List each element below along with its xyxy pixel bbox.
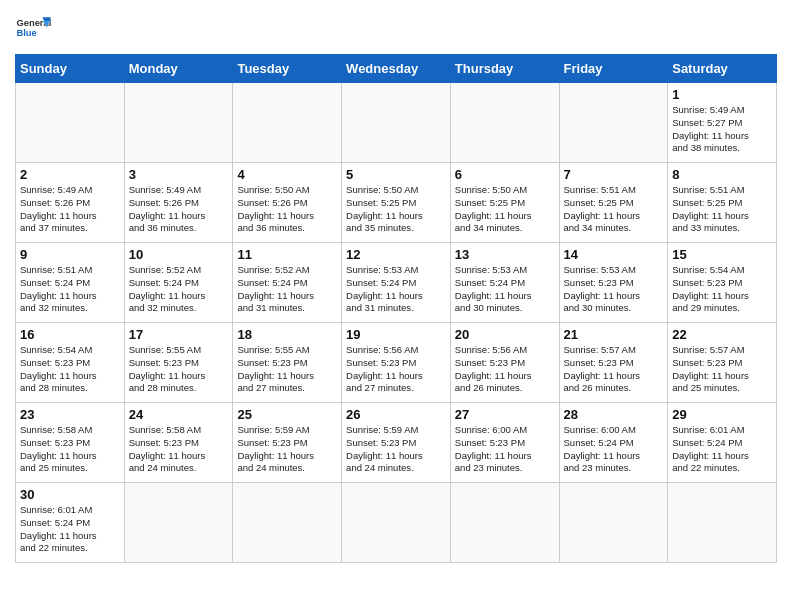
day-number: 9 [20, 247, 120, 262]
calendar-week-row: 16Sunrise: 5:54 AM Sunset: 5:23 PM Dayli… [16, 323, 777, 403]
calendar-cell: 5Sunrise: 5:50 AM Sunset: 5:25 PM Daylig… [342, 163, 451, 243]
calendar-cell: 3Sunrise: 5:49 AM Sunset: 5:26 PM Daylig… [124, 163, 233, 243]
day-number: 11 [237, 247, 337, 262]
weekday-header: Sunday [16, 55, 125, 83]
day-info: Sunrise: 5:52 AM Sunset: 5:24 PM Dayligh… [237, 264, 337, 315]
calendar-cell [16, 83, 125, 163]
calendar-cell [450, 83, 559, 163]
calendar-cell: 9Sunrise: 5:51 AM Sunset: 5:24 PM Daylig… [16, 243, 125, 323]
calendar-week-row: 30Sunrise: 6:01 AM Sunset: 5:24 PM Dayli… [16, 483, 777, 563]
calendar-cell: 25Sunrise: 5:59 AM Sunset: 5:23 PM Dayli… [233, 403, 342, 483]
weekday-header: Thursday [450, 55, 559, 83]
calendar-cell [342, 483, 451, 563]
day-number: 22 [672, 327, 772, 342]
day-info: Sunrise: 5:58 AM Sunset: 5:23 PM Dayligh… [20, 424, 120, 475]
day-number: 15 [672, 247, 772, 262]
calendar-cell: 15Sunrise: 5:54 AM Sunset: 5:23 PM Dayli… [668, 243, 777, 323]
calendar-cell: 24Sunrise: 5:58 AM Sunset: 5:23 PM Dayli… [124, 403, 233, 483]
day-info: Sunrise: 5:54 AM Sunset: 5:23 PM Dayligh… [672, 264, 772, 315]
day-info: Sunrise: 5:49 AM Sunset: 5:26 PM Dayligh… [20, 184, 120, 235]
day-info: Sunrise: 5:53 AM Sunset: 5:24 PM Dayligh… [346, 264, 446, 315]
calendar-header-row: SundayMondayTuesdayWednesdayThursdayFrid… [16, 55, 777, 83]
day-info: Sunrise: 6:00 AM Sunset: 5:23 PM Dayligh… [455, 424, 555, 475]
day-number: 12 [346, 247, 446, 262]
day-number: 21 [564, 327, 664, 342]
calendar-cell: 12Sunrise: 5:53 AM Sunset: 5:24 PM Dayli… [342, 243, 451, 323]
calendar-cell: 16Sunrise: 5:54 AM Sunset: 5:23 PM Dayli… [16, 323, 125, 403]
day-number: 8 [672, 167, 772, 182]
calendar-cell [342, 83, 451, 163]
calendar-cell: 19Sunrise: 5:56 AM Sunset: 5:23 PM Dayli… [342, 323, 451, 403]
day-number: 28 [564, 407, 664, 422]
calendar-week-row: 23Sunrise: 5:58 AM Sunset: 5:23 PM Dayli… [16, 403, 777, 483]
calendar-cell [124, 83, 233, 163]
calendar-cell [668, 483, 777, 563]
page-header: General Blue [15, 10, 777, 46]
logo-icon: General Blue [15, 10, 51, 46]
day-info: Sunrise: 5:51 AM Sunset: 5:25 PM Dayligh… [672, 184, 772, 235]
day-info: Sunrise: 5:55 AM Sunset: 5:23 PM Dayligh… [129, 344, 229, 395]
calendar-table: SundayMondayTuesdayWednesdayThursdayFrid… [15, 54, 777, 563]
day-number: 7 [564, 167, 664, 182]
day-number: 6 [455, 167, 555, 182]
calendar-week-row: 1Sunrise: 5:49 AM Sunset: 5:27 PM Daylig… [16, 83, 777, 163]
calendar-cell: 18Sunrise: 5:55 AM Sunset: 5:23 PM Dayli… [233, 323, 342, 403]
calendar-cell: 23Sunrise: 5:58 AM Sunset: 5:23 PM Dayli… [16, 403, 125, 483]
calendar-cell: 7Sunrise: 5:51 AM Sunset: 5:25 PM Daylig… [559, 163, 668, 243]
day-number: 14 [564, 247, 664, 262]
day-info: Sunrise: 5:59 AM Sunset: 5:23 PM Dayligh… [237, 424, 337, 475]
day-info: Sunrise: 5:59 AM Sunset: 5:23 PM Dayligh… [346, 424, 446, 475]
day-number: 30 [20, 487, 120, 502]
calendar-cell: 26Sunrise: 5:59 AM Sunset: 5:23 PM Dayli… [342, 403, 451, 483]
day-number: 29 [672, 407, 772, 422]
calendar-cell: 4Sunrise: 5:50 AM Sunset: 5:26 PM Daylig… [233, 163, 342, 243]
calendar-cell: 6Sunrise: 5:50 AM Sunset: 5:25 PM Daylig… [450, 163, 559, 243]
weekday-header: Tuesday [233, 55, 342, 83]
calendar-cell [450, 483, 559, 563]
calendar-cell: 14Sunrise: 5:53 AM Sunset: 5:23 PM Dayli… [559, 243, 668, 323]
calendar-cell [233, 83, 342, 163]
calendar-cell: 21Sunrise: 5:57 AM Sunset: 5:23 PM Dayli… [559, 323, 668, 403]
weekday-header: Monday [124, 55, 233, 83]
calendar-cell [124, 483, 233, 563]
calendar-cell: 29Sunrise: 6:01 AM Sunset: 5:24 PM Dayli… [668, 403, 777, 483]
day-number: 5 [346, 167, 446, 182]
day-info: Sunrise: 5:49 AM Sunset: 5:27 PM Dayligh… [672, 104, 772, 155]
calendar-cell: 11Sunrise: 5:52 AM Sunset: 5:24 PM Dayli… [233, 243, 342, 323]
day-number: 25 [237, 407, 337, 422]
day-info: Sunrise: 5:53 AM Sunset: 5:24 PM Dayligh… [455, 264, 555, 315]
day-info: Sunrise: 5:52 AM Sunset: 5:24 PM Dayligh… [129, 264, 229, 315]
day-number: 2 [20, 167, 120, 182]
calendar-cell: 17Sunrise: 5:55 AM Sunset: 5:23 PM Dayli… [124, 323, 233, 403]
day-info: Sunrise: 6:01 AM Sunset: 5:24 PM Dayligh… [20, 504, 120, 555]
day-number: 3 [129, 167, 229, 182]
calendar-cell: 28Sunrise: 6:00 AM Sunset: 5:24 PM Dayli… [559, 403, 668, 483]
day-info: Sunrise: 5:58 AM Sunset: 5:23 PM Dayligh… [129, 424, 229, 475]
day-number: 18 [237, 327, 337, 342]
weekday-header: Wednesday [342, 55, 451, 83]
day-info: Sunrise: 5:53 AM Sunset: 5:23 PM Dayligh… [564, 264, 664, 315]
day-info: Sunrise: 5:51 AM Sunset: 5:24 PM Dayligh… [20, 264, 120, 315]
day-info: Sunrise: 5:49 AM Sunset: 5:26 PM Dayligh… [129, 184, 229, 235]
svg-text:Blue: Blue [16, 28, 36, 38]
weekday-header: Friday [559, 55, 668, 83]
day-number: 26 [346, 407, 446, 422]
calendar-cell: 13Sunrise: 5:53 AM Sunset: 5:24 PM Dayli… [450, 243, 559, 323]
day-number: 16 [20, 327, 120, 342]
day-info: Sunrise: 5:57 AM Sunset: 5:23 PM Dayligh… [672, 344, 772, 395]
calendar-cell: 10Sunrise: 5:52 AM Sunset: 5:24 PM Dayli… [124, 243, 233, 323]
calendar-cell: 1Sunrise: 5:49 AM Sunset: 5:27 PM Daylig… [668, 83, 777, 163]
calendar-cell: 8Sunrise: 5:51 AM Sunset: 5:25 PM Daylig… [668, 163, 777, 243]
day-info: Sunrise: 5:50 AM Sunset: 5:26 PM Dayligh… [237, 184, 337, 235]
day-info: Sunrise: 5:57 AM Sunset: 5:23 PM Dayligh… [564, 344, 664, 395]
calendar-cell: 27Sunrise: 6:00 AM Sunset: 5:23 PM Dayli… [450, 403, 559, 483]
day-info: Sunrise: 5:55 AM Sunset: 5:23 PM Dayligh… [237, 344, 337, 395]
day-number: 19 [346, 327, 446, 342]
calendar-week-row: 9Sunrise: 5:51 AM Sunset: 5:24 PM Daylig… [16, 243, 777, 323]
calendar-cell [559, 83, 668, 163]
weekday-header: Saturday [668, 55, 777, 83]
day-info: Sunrise: 5:50 AM Sunset: 5:25 PM Dayligh… [346, 184, 446, 235]
calendar-cell [559, 483, 668, 563]
calendar-cell: 30Sunrise: 6:01 AM Sunset: 5:24 PM Dayli… [16, 483, 125, 563]
day-number: 20 [455, 327, 555, 342]
